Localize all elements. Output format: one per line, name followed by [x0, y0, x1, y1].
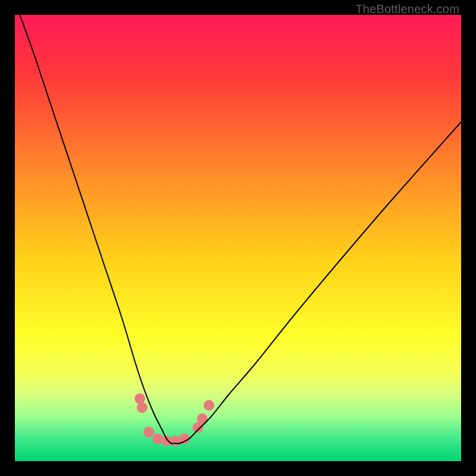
highlight-dot — [137, 402, 148, 413]
highlight-dot — [203, 400, 214, 411]
chart-frame: TheBottleneck.com — [0, 0, 476, 476]
highlight-dot — [143, 427, 154, 437]
highlight-dot — [134, 393, 145, 404]
bottleneck-curve — [15, 15, 461, 444]
chart-svg — [15, 15, 461, 461]
plot-area — [15, 15, 461, 461]
highlight-dot — [170, 436, 181, 446]
highlight-dot — [152, 434, 163, 444]
marker-group — [134, 393, 214, 446]
watermark-text: TheBottleneck.com — [355, 2, 459, 16]
